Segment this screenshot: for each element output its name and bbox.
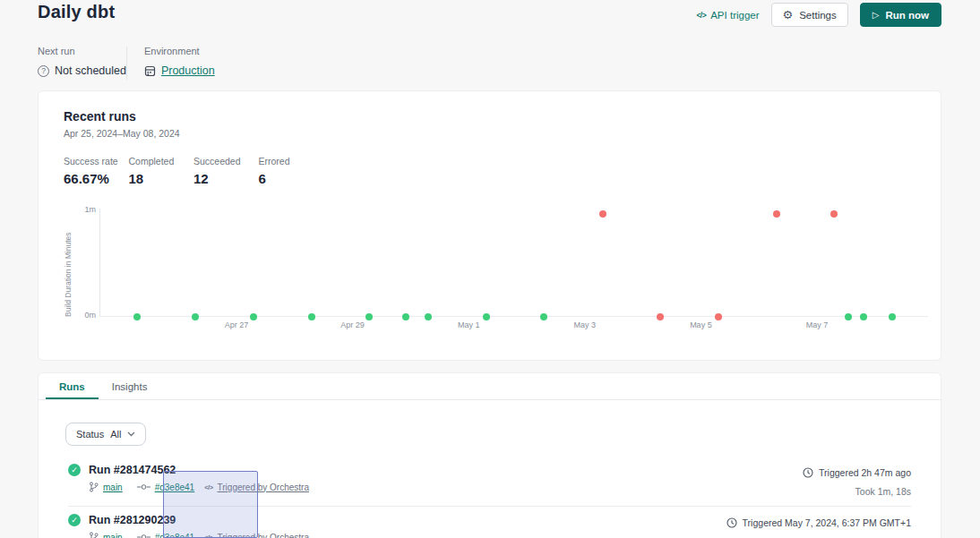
errored-run-dot[interactable] <box>657 313 664 320</box>
environment-label: Environment <box>144 46 230 56</box>
stat-value: 12 <box>193 171 259 186</box>
clock-icon <box>803 467 813 478</box>
succeeded-run-dot[interactable] <box>425 313 432 320</box>
environment-link[interactable]: Production <box>161 64 215 77</box>
stat-label: Completed <box>129 156 194 167</box>
succeeded-run-dot[interactable] <box>133 313 141 320</box>
git-commit-icon <box>137 534 150 538</box>
header-actions: </> API trigger ⚙ Settings ▷ Run now <box>696 3 941 27</box>
commit-link[interactable]: #d3e8e41 <box>155 482 195 492</box>
question-circle-icon: ? <box>38 65 49 77</box>
recent-runs-card: Recent runs Apr 25, 2024–May 08, 2024 Su… <box>38 90 941 361</box>
succeeded-run-dot[interactable] <box>860 313 867 320</box>
stat-errored: Errored 6 <box>259 156 324 186</box>
stat-value: 6 <box>259 171 324 186</box>
runs-card: Runs Insights Status All ✓ Run #28147456… <box>38 372 941 538</box>
page-title: Daily dbt <box>38 2 115 22</box>
run-row[interactable]: ✓ Run #281474562 main <box>68 457 911 507</box>
clock-icon <box>726 517 737 528</box>
succeeded-run-dot[interactable] <box>889 313 896 320</box>
succeeded-run-dot[interactable] <box>845 313 852 320</box>
build-duration-chart: Build Duration in Minutes 1m 0m Apr 27Ap… <box>39 202 941 341</box>
x-tick-label: Apr 29 <box>331 320 374 329</box>
x-tick-label: May 3 <box>563 320 606 329</box>
branch-link[interactable]: main <box>103 533 123 538</box>
run-triggered-time: Triggered May 7, 2024, 6:37 PM GMT+1 <box>743 517 911 528</box>
environment-section: Environment Production <box>144 46 230 77</box>
run-row-left: ✓ Run #281290239 main <box>68 514 309 538</box>
trigger-source-link[interactable]: Triggered by Orchestra <box>218 533 309 538</box>
run-now-label: Run now <box>885 10 929 21</box>
run-now-button[interactable]: ▷ Run now <box>860 3 941 27</box>
api-trigger-link[interactable]: </> API trigger <box>696 10 759 21</box>
code-icon: </> <box>696 11 706 20</box>
stat-value: 18 <box>129 171 194 186</box>
stat-value: 66.67% <box>64 171 129 186</box>
success-check-icon: ✓ <box>68 514 81 526</box>
stat-label: Succeeded <box>193 156 259 167</box>
status-filter-label: Status <box>76 429 104 440</box>
run-row-right: Triggered May 7, 2024, 6:37 PM GMT+1 Too… <box>726 514 911 538</box>
settings-label: Settings <box>799 10 837 21</box>
x-tick-label: Apr 27 <box>215 320 258 329</box>
play-icon: ▷ <box>873 10 880 20</box>
environment-icon <box>144 65 156 77</box>
next-run-label: Next run <box>38 46 126 56</box>
errored-run-dot[interactable] <box>599 210 606 218</box>
next-run-section: Next run ? Not scheduled <box>38 46 126 77</box>
page-header: Daily dbt </> API trigger ⚙ Settings ▷ R… <box>0 0 980 27</box>
next-run-value-row: ? Not scheduled <box>38 64 126 77</box>
x-tick-label: May 1 <box>447 320 490 329</box>
code-icon: </> <box>204 483 212 491</box>
run-duration: Took 1m, 18s <box>803 486 911 497</box>
errored-run-dot[interactable] <box>773 210 780 218</box>
stats-row: Success rate 66.67% Completed 18 Succeed… <box>64 156 916 186</box>
status-filter-value: All <box>110 429 121 440</box>
git-branch-icon <box>89 482 99 492</box>
run-row-left: ✓ Run #281474562 main <box>68 464 309 497</box>
tab-runs[interactable]: Runs <box>46 373 99 399</box>
errored-run-dot[interactable] <box>715 313 722 320</box>
stat-completed: Completed 18 <box>129 156 194 186</box>
status-filter-dropdown[interactable]: Status All <box>65 423 146 446</box>
runs-list: ✓ Run #281474562 main <box>68 457 911 538</box>
stat-label: Errored <box>259 156 324 167</box>
recent-runs-date-range: Apr 25, 2024–May 08, 2024 <box>64 128 916 139</box>
x-tick-label: May 7 <box>795 320 838 329</box>
duration-chart-plot: Apr 27Apr 29May 1May 3May 5May 7 <box>39 202 941 341</box>
run-triggered-time: Triggered 2h 47m ago <box>819 467 911 478</box>
meta-divider <box>126 47 127 80</box>
run-row-right: Triggered 2h 47m ago Took 1m, 18s <box>803 464 911 497</box>
errored-run-dot[interactable] <box>830 210 838 218</box>
job-meta-row: Next run ? Not scheduled Environment Pro… <box>0 46 980 80</box>
succeeded-run-dot[interactable] <box>192 313 199 320</box>
run-title: Run #281474562 <box>89 464 176 476</box>
chevron-down-icon <box>127 431 135 437</box>
stat-success-rate: Success rate 66.67% <box>64 156 129 186</box>
git-commit-icon <box>137 483 150 491</box>
succeeded-run-dot[interactable] <box>250 313 257 320</box>
environment-value-row: Production <box>144 64 230 77</box>
settings-button[interactable]: ⚙ Settings <box>771 3 848 27</box>
succeeded-run-dot[interactable] <box>540 313 547 320</box>
tab-bar: Runs Insights <box>39 373 941 400</box>
run-row[interactable]: ✓ Run #281290239 main <box>68 507 911 538</box>
tab-insights[interactable]: Insights <box>99 373 161 399</box>
success-check-icon: ✓ <box>68 464 81 476</box>
succeeded-run-dot[interactable] <box>483 313 490 320</box>
run-title: Run #281290239 <box>89 514 176 526</box>
trigger-source-link[interactable]: Triggered by Orchestra <box>218 482 309 492</box>
succeeded-run-dot[interactable] <box>402 313 409 320</box>
succeeded-run-dot[interactable] <box>365 313 373 320</box>
succeeded-run-dot[interactable] <box>308 313 315 320</box>
next-run-value: Not scheduled <box>55 64 126 77</box>
stat-label: Success rate <box>64 156 129 167</box>
branch-link[interactable]: main <box>103 482 123 492</box>
x-tick-label: May 5 <box>679 320 722 329</box>
git-branch-icon <box>89 532 99 538</box>
commit-link[interactable]: #d3e8e41 <box>155 533 195 538</box>
api-trigger-label: API trigger <box>710 10 759 21</box>
gear-icon: ⚙ <box>783 9 794 21</box>
recent-runs-title: Recent runs <box>64 109 916 124</box>
stat-succeeded: Succeeded 12 <box>193 156 259 186</box>
